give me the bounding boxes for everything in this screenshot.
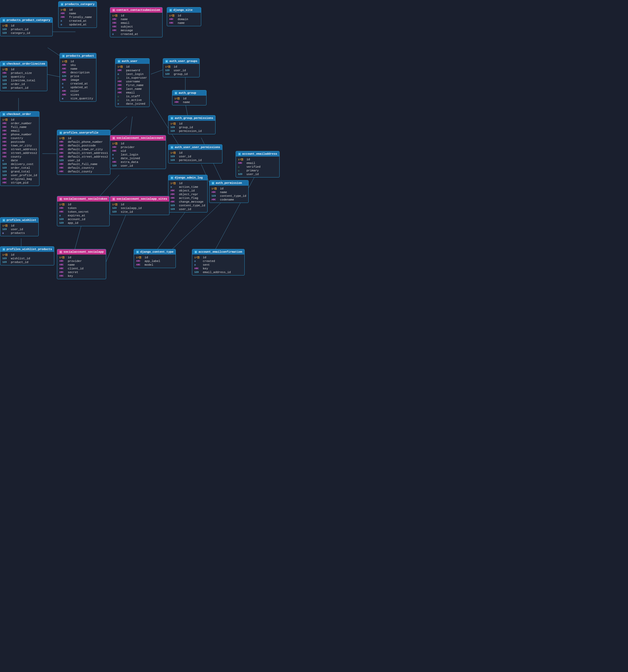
field-row: ABCname (167, 21, 201, 25)
field-row: ABCchange_message (168, 200, 207, 204)
field-row: 1²⚿id (110, 142, 166, 145)
field-row: 123user_id (168, 155, 222, 159)
field-row: 123category_id (0, 31, 52, 35)
field-row: ABCorder_number (0, 122, 39, 125)
table-header-checkout_order[interactable]: ⊞checkout_order (0, 112, 39, 117)
field-row: ABCkey (57, 274, 106, 278)
field-row: ABCname (58, 11, 97, 15)
table-icon-auth_permission: ⊞ (211, 182, 215, 185)
field-row: ⊘last_login (110, 153, 166, 157)
field-row: 1²⚿id (168, 182, 207, 185)
table-title-auth_group_permissions: auth_group_permissions (175, 117, 213, 120)
table-title-account_emailaddress: account_emailaddress (242, 152, 277, 155)
field-row: 123product_id (0, 86, 47, 90)
field-row: ABCpostcode (0, 140, 39, 144)
table-title-account_emailconfirmation: account_emailconfirmation (199, 250, 242, 254)
table-title-checkout_orderlineitem: checkout_orderlineitem (7, 62, 45, 66)
table-header-socialaccount_socialtoken[interactable]: ⊞socialaccount_socialtoken (57, 196, 109, 201)
table-header-account_emailaddress[interactable]: ⊞account_emailaddress (236, 151, 279, 157)
field-row: ABCdefault_street_address2 (57, 155, 110, 159)
field-row: ⊘created_at (60, 82, 96, 86)
field-row: ABCfriendly_name (58, 15, 97, 19)
field-row: ABCname (172, 100, 206, 104)
table-profiles_wishlist: ⊞profiles_wishlist1²⚿id123user_id⊞produc… (0, 217, 39, 236)
table-header-auth_group[interactable]: ⊞auth_group (172, 90, 206, 96)
table-header-checkout_orderlineitem[interactable]: ⊞checkout_orderlineitem (0, 61, 47, 67)
table-socialaccount_socialtoken: ⊞socialaccount_socialtoken1²⚿idABCtokenA… (57, 196, 109, 226)
table-icon-socialaccount_socialapp_sites: ⊞ (112, 198, 115, 200)
field-row: 1²⚿id (58, 8, 97, 11)
table-title-contact_contactsubmission: contact_contactsubmission (117, 8, 160, 11)
field-row: ABCtoken_secret (57, 210, 109, 214)
table-header-django_content_type[interactable]: ⊞django_content_type (134, 249, 176, 255)
table-header-auth_user_user_permissions[interactable]: ⊞auth_user_user_permissions (168, 145, 222, 150)
field-row: 123user_id (57, 159, 110, 162)
field-row: 1²⚿id (134, 256, 176, 259)
field-row: 1²⚿id (0, 24, 52, 27)
table-title-django_admin_log: django_admin_log (175, 176, 203, 179)
field-row: ABCtown_or_city (0, 144, 39, 147)
table-title-profiles_wishlist: profiles_wishlist (7, 218, 36, 222)
table-socialaccount_socialapp_sites: ⊞socialaccount_socialapp_sites1²⚿id123so… (110, 196, 170, 215)
field-row: ⊘date (0, 159, 39, 162)
field-row: ⊘date_joined (116, 102, 149, 106)
table-header-products_product_category[interactable]: ⊞products_product_category (0, 18, 52, 23)
field-row: ABCcounty (0, 155, 39, 159)
field-row: ⊘last_login (116, 72, 149, 76)
table-title-products_product: products_product (66, 54, 94, 57)
field-row: ABCdefault_street_address1 (57, 151, 110, 155)
table-header-django_site[interactable]: ⊞django_site (167, 7, 201, 13)
svg-line-18 (154, 212, 185, 254)
field-row: 1²⚿id (168, 122, 215, 125)
table-products_category: ⊞products_category1²⚿idABCnameABCfriendl… (58, 1, 97, 28)
table-icon-checkout_orderlineitem: ⊞ (2, 63, 5, 66)
table-title-auth_user: auth_user (122, 59, 137, 63)
table-title-auth_group: auth_group (179, 91, 196, 95)
table-header-contact_contactsubmission[interactable]: ⊞contact_contactsubmission (110, 7, 162, 13)
field-row: ABCphone_number (0, 133, 39, 137)
field-row: ABCprovider (110, 145, 166, 149)
field-row: 1²⚿id (236, 158, 279, 161)
field-row: ABCproduct_size (0, 71, 47, 75)
db-diagram-canvas: ⊞products_category1²⚿idABCnameABCfriendl… (0, 0, 314, 336)
table-title-django_site: django_site (173, 8, 193, 11)
field-row: 1²⚿id (163, 65, 199, 69)
field-row: ⊘created_at (58, 19, 97, 23)
table-django_content_type: ⊞django_content_type1²⚿idABCapp_labelABC… (134, 249, 176, 268)
field-row: 123email_address_id (192, 270, 244, 274)
table-title-products_product_category: products_product_category (7, 19, 50, 22)
table-header-products_category[interactable]: ⊞products_category (58, 2, 97, 7)
field-row: ABCclient_id (57, 267, 106, 270)
table-header-products_product[interactable]: ⊞products_product (60, 53, 96, 58)
field-row: ☑verified (236, 165, 279, 169)
table-icon-contact_contactsubmission: ⊞ (112, 9, 115, 11)
table-header-auth_user_groups[interactable]: ⊞auth_user_groups (163, 58, 199, 64)
table-header-socialaccount_socialapp_sites[interactable]: ⊞socialaccount_socialapp_sites (110, 196, 169, 201)
field-row: ABCapp_label (134, 259, 176, 263)
table-header-django_admin_log[interactable]: ⊞django_admin_log (168, 175, 207, 181)
field-row: ABCuid (110, 149, 166, 153)
field-row: ABCkey (192, 267, 244, 270)
field-row: ABCstreet_address2 (0, 151, 39, 155)
table-header-auth_user[interactable]: ⊞auth_user (116, 58, 149, 64)
table-header-socialaccount_socialapp[interactable]: ⊞socialaccount_socialapp (57, 249, 106, 255)
table-icon-socialaccount_socialaccount: ⊞ (112, 137, 115, 140)
table-header-profiles_userprofile[interactable]: ⊞profiles_userprofile (57, 130, 110, 135)
field-row: ☑is_staff (116, 95, 149, 98)
table-icon-socialaccount_socialapp: ⊞ (59, 250, 62, 254)
field-row: ☑is_active (116, 98, 149, 102)
table-header-auth_group_permissions[interactable]: ⊞auth_group_permissions (168, 116, 215, 121)
field-row: ABCdefault_county (57, 170, 110, 173)
table-header-socialaccount_socialaccount[interactable]: ⊞socialaccount_socialaccount (110, 135, 166, 141)
table-icon-checkout_order: ⊞ (2, 113, 5, 116)
table-icon-auth_user_groups: ⊞ (165, 60, 168, 63)
table-header-account_emailconfirmation[interactable]: ⊞account_emailconfirmation (192, 249, 244, 255)
table-header-profiles_wishlist_products[interactable]: ⊞profiles_wishlist_products (0, 247, 54, 252)
table-header-profiles_wishlist[interactable]: ⊞profiles_wishlist (0, 217, 39, 223)
table-title-socialaccount_socialaccount: socialaccount_socialaccount (117, 137, 164, 140)
table-title-socialaccount_socialapp: socialaccount_socialapp (64, 250, 104, 254)
table-checkout_order: ⊞checkout_order1²⚿idABCorder_numberABCfu… (0, 111, 40, 186)
field-row: ABClast_name (116, 87, 149, 91)
field-row: 123lineitem_total (0, 79, 47, 82)
table-header-auth_permission[interactable]: ⊞auth_permission (209, 181, 248, 186)
